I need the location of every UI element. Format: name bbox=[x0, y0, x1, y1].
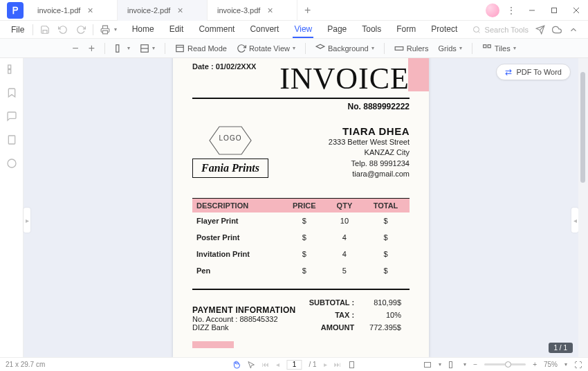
select-tool-icon[interactable] bbox=[247, 361, 255, 369]
zoom-thumb[interactable] bbox=[505, 361, 511, 368]
svg-rect-25 bbox=[450, 361, 452, 368]
fit-dropdown[interactable]: ▾ bbox=[140, 44, 155, 53]
rotate-view-dropdown[interactable]: Rotate View▾ bbox=[237, 44, 295, 53]
vertical-scrollbar[interactable] bbox=[578, 58, 588, 357]
table-row: Invitation Print$4$ bbox=[192, 246, 410, 262]
zoom-out-button[interactable]: − bbox=[72, 42, 78, 55]
client-email: tiara@gmail.com bbox=[329, 169, 410, 179]
tab-tools[interactable]: Tools bbox=[360, 21, 383, 38]
svg-rect-1 bbox=[552, 8, 557, 12]
zoom-out-icon[interactable]: − bbox=[473, 361, 477, 368]
send-icon[interactable] bbox=[535, 25, 545, 35]
read-mode-button[interactable]: Read Mode bbox=[175, 44, 227, 53]
tab-comment[interactable]: Comment bbox=[197, 21, 236, 38]
convert-icon: ⇄ bbox=[505, 67, 512, 77]
add-tab-button[interactable]: + bbox=[297, 0, 318, 21]
tab-home[interactable]: Home bbox=[131, 21, 156, 38]
tiles-dropdown[interactable]: Tiles▾ bbox=[482, 44, 516, 53]
last-page-icon[interactable]: ⏭ bbox=[334, 361, 341, 368]
scroll-thumb[interactable] bbox=[580, 72, 585, 183]
tab-protect[interactable]: Protect bbox=[430, 21, 459, 38]
close-icon[interactable]: × bbox=[267, 6, 273, 15]
svg-line-6 bbox=[478, 31, 479, 33]
zoom-in-button[interactable]: + bbox=[89, 42, 95, 55]
page-badge: 1 / 1 bbox=[549, 343, 573, 353]
search-tools[interactable]: Search Tools bbox=[472, 26, 529, 34]
layout-mode-icon[interactable] bbox=[448, 361, 457, 369]
rulers-button[interactable]: Rulers bbox=[394, 44, 429, 53]
cloud-icon[interactable] bbox=[552, 25, 562, 35]
next-page-icon[interactable]: ▸ bbox=[324, 361, 327, 368]
tab-invoice-2[interactable]: invoice-2.pdf × bbox=[118, 0, 208, 21]
view-mode-icon[interactable] bbox=[423, 361, 432, 369]
logo-hexagon: LOGO bbox=[208, 125, 252, 150]
undo-icon[interactable] bbox=[54, 22, 72, 37]
tab-form[interactable]: Form bbox=[395, 21, 417, 38]
page-number-input[interactable] bbox=[286, 360, 302, 370]
svg-rect-16 bbox=[484, 44, 486, 47]
table-row: Pen$5$ bbox=[192, 262, 410, 279]
collapse-ribbon-icon[interactable] bbox=[569, 25, 578, 35]
client-block: TIARA DHEA 2333 Better West Street KANZA… bbox=[329, 125, 410, 180]
tab-edit[interactable]: Edit bbox=[168, 21, 185, 38]
bookmark-icon[interactable] bbox=[6, 87, 17, 98]
tab-invoice-1[interactable]: invoice-1.pdf × bbox=[28, 0, 118, 21]
document-canvas[interactable]: Date : 01/02/2XXX INVOICE No. 8889992222… bbox=[24, 58, 578, 357]
table-row: Poster Print$4$ bbox=[192, 229, 410, 246]
close-icon[interactable]: × bbox=[177, 6, 183, 15]
col-total: TOTAL bbox=[362, 198, 410, 212]
redo-icon[interactable] bbox=[72, 22, 90, 37]
zoom-in-icon[interactable]: + bbox=[533, 361, 537, 368]
app-icon[interactable] bbox=[7, 2, 24, 19]
search-placeholder: Search Tools bbox=[485, 26, 529, 34]
thumbnails-icon[interactable] bbox=[6, 64, 17, 75]
close-icon[interactable]: × bbox=[87, 6, 93, 15]
prev-page-icon[interactable]: ◂ bbox=[276, 361, 279, 368]
fullscreen-icon[interactable] bbox=[574, 361, 582, 369]
svg-rect-4 bbox=[103, 30, 108, 34]
close-button[interactable] bbox=[567, 1, 585, 19]
tab-page[interactable]: Page bbox=[326, 21, 348, 38]
titlebar: invoice-1.pdf × invoice-2.pdf × invoice-… bbox=[0, 0, 588, 21]
page-layout-dropdown[interactable]: ▾ bbox=[115, 44, 130, 53]
user-avatar[interactable] bbox=[486, 3, 499, 17]
minimize-button[interactable] bbox=[523, 1, 541, 19]
menubar: File ▾ Home Edit Comment Convert View Pa… bbox=[0, 21, 588, 39]
background-dropdown[interactable]: Background▾ bbox=[315, 44, 374, 53]
tab-view[interactable]: View bbox=[293, 21, 313, 38]
search-icon bbox=[472, 26, 481, 34]
invoice-page: Date : 01/02/2XXX INVOICE No. 8889992222… bbox=[173, 58, 429, 357]
pdf-to-word-button[interactable]: ⇄ PDF To Word bbox=[496, 64, 571, 80]
field-icon[interactable] bbox=[6, 158, 17, 169]
rule bbox=[192, 289, 410, 290]
single-page-icon[interactable] bbox=[348, 361, 356, 369]
maximize-button[interactable] bbox=[545, 1, 563, 19]
tab-label: invoice-3.pdf bbox=[217, 6, 260, 15]
decorative-pink-block bbox=[408, 58, 429, 91]
hand-tool-icon[interactable] bbox=[232, 361, 240, 369]
ribbon-tabs: Home Edit Comment Convert View Page Tool… bbox=[131, 21, 459, 38]
tab-label: invoice-1.pdf bbox=[37, 6, 80, 15]
tab-convert[interactable]: Convert bbox=[248, 21, 280, 38]
statusbar: 21 x 29.7 cm ⏮ ◂ / 1 ▸ ⏭ ▾ ▾ − + 75%▾ bbox=[0, 357, 588, 371]
svg-rect-18 bbox=[8, 65, 10, 69]
grids-button[interactable]: Grids▾ bbox=[439, 44, 462, 53]
tab-invoice-3[interactable]: invoice-3.pdf × bbox=[208, 0, 297, 21]
attachment-icon[interactable] bbox=[6, 134, 17, 145]
save-icon[interactable] bbox=[36, 22, 54, 37]
print-icon[interactable] bbox=[96, 22, 114, 37]
comment-icon[interactable] bbox=[6, 111, 17, 122]
svg-rect-17 bbox=[488, 44, 490, 47]
zoom-slider[interactable] bbox=[484, 363, 526, 365]
svg-point-21 bbox=[8, 159, 16, 168]
first-page-icon[interactable]: ⏮ bbox=[262, 361, 269, 368]
more-menu-icon[interactable]: ⋮ bbox=[504, 2, 519, 19]
col-desc: DESCRIPTION bbox=[192, 198, 282, 212]
svg-point-5 bbox=[473, 26, 479, 32]
svg-rect-19 bbox=[8, 70, 10, 73]
invoice-items-table: DESCRIPTION PRICE QTY TOTAL Flayer Print… bbox=[192, 198, 410, 279]
table-row: Flayer Print$10$ bbox=[192, 212, 410, 229]
expand-right-handle[interactable]: ◂ bbox=[571, 208, 578, 233]
logo-text: LOGO bbox=[219, 134, 242, 142]
file-menu[interactable]: File bbox=[6, 24, 30, 36]
